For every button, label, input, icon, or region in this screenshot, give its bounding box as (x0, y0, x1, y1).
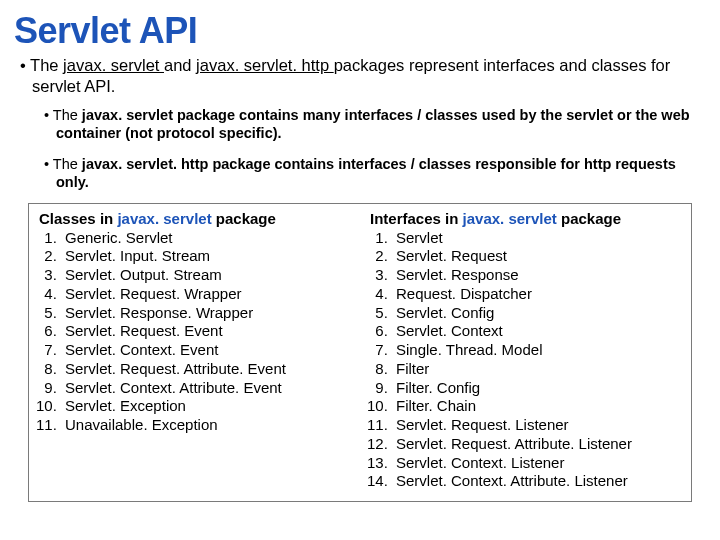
left-head-a: Classes in (39, 210, 117, 227)
right-list: ServletServlet. RequestServlet. Response… (370, 229, 681, 492)
list-item: Servlet. Request. Attribute. Event (61, 360, 350, 379)
left-heading: Classes in javax. servlet package (39, 210, 350, 229)
list-item: Unavailable. Exception (61, 416, 350, 435)
intro-text-pre: The (30, 56, 63, 74)
left-column: Classes in javax. servlet package Generi… (29, 204, 360, 501)
sub1-bold: javax. servlet (82, 107, 177, 123)
right-head-pkg: javax. servlet (463, 210, 561, 227)
list-item: Servlet. Input. Stream (61, 247, 350, 266)
list-item: Filter. Config (392, 379, 681, 398)
list-item: Servlet. Context. Attribute. Listener (392, 472, 681, 491)
list-item: Servlet. Context. Event (61, 341, 350, 360)
list-item: Servlet. Request. Event (61, 322, 350, 341)
right-head-b: package (561, 210, 621, 227)
left-head-b: package (216, 210, 276, 227)
sub2-bold: javax. servlet. http (82, 156, 213, 172)
bullet-sub2: The javax. servlet. http package contain… (44, 155, 700, 191)
bullet-sub1: The javax. servlet package contains many… (44, 106, 700, 142)
left-head-pkg: javax. servlet (117, 210, 215, 227)
columns-box: Classes in javax. servlet package Generi… (28, 203, 692, 502)
left-list: Generic. ServletServlet. Input. StreamSe… (39, 229, 350, 435)
list-item: Servlet. Request (392, 247, 681, 266)
list-item: Servlet. Output. Stream (61, 266, 350, 285)
list-item: Servlet. Request. Wrapper (61, 285, 350, 304)
intro-pkg2: javax. servlet. http (196, 56, 334, 74)
list-item: Servlet. Context (392, 322, 681, 341)
list-item: Servlet. Request. Attribute. Listener (392, 435, 681, 454)
sub1-pre: The (53, 107, 82, 123)
list-item: Generic. Servlet (61, 229, 350, 248)
sub2-pre: The (53, 156, 82, 172)
bullet-intro: The javax. servlet and javax. servlet. h… (20, 55, 700, 96)
right-heading: Interfaces in javax. servlet package (370, 210, 681, 229)
list-item: Servlet. Response (392, 266, 681, 285)
list-item: Servlet. Response. Wrapper (61, 304, 350, 323)
slide-title: Servlet API (0, 0, 720, 53)
right-head-a: Interfaces in (370, 210, 463, 227)
list-item: Servlet. Context. Attribute. Event (61, 379, 350, 398)
list-item: Servlet. Exception (61, 397, 350, 416)
list-item: Filter (392, 360, 681, 379)
list-item: Servlet. Context. Listener (392, 454, 681, 473)
right-column: Interfaces in javax. servlet package Ser… (360, 204, 691, 501)
intro-pkg1: javax. servlet (63, 56, 164, 74)
list-item: Servlet (392, 229, 681, 248)
list-item: Filter. Chain (392, 397, 681, 416)
list-item: Request. Dispatcher (392, 285, 681, 304)
list-item: Servlet. Request. Listener (392, 416, 681, 435)
intro-text-mid: and (164, 56, 196, 74)
list-item: Servlet. Config (392, 304, 681, 323)
list-item: Single. Thread. Model (392, 341, 681, 360)
slide-body: The javax. servlet and javax. servlet. h… (0, 53, 720, 502)
